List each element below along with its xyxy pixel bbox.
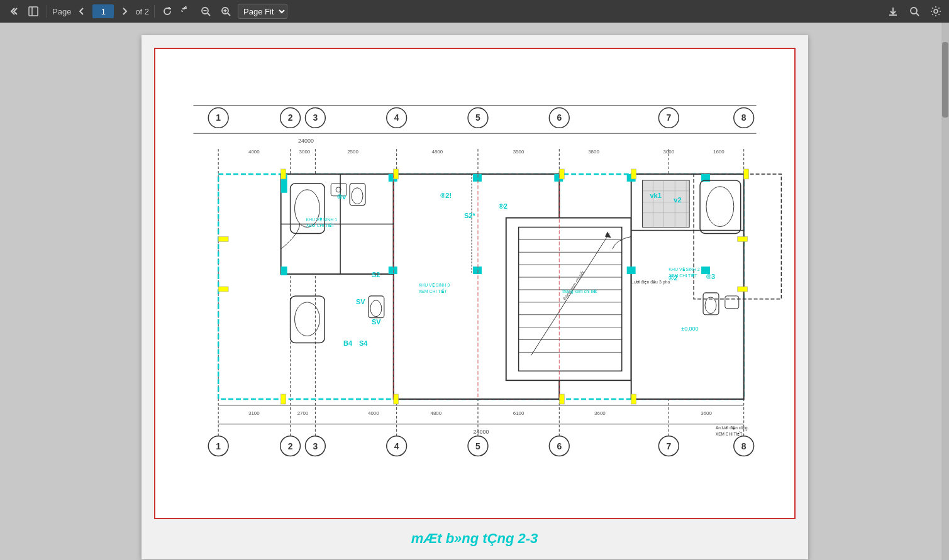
svg-rect-128 (631, 169, 636, 179)
svg-text:3: 3 (313, 113, 318, 123)
svg-rect-133 (631, 394, 636, 404)
svg-text:4800: 4800 (431, 149, 443, 155)
svg-text:KHU VỆ SINH 2: KHU VỆ SINH 2 (669, 267, 700, 272)
svg-text:6100: 6100 (513, 410, 524, 416)
refresh-button[interactable] (160, 5, 175, 18)
settings-button[interactable] (928, 4, 944, 18)
svg-text:S4: S4 (358, 339, 367, 347)
svg-rect-130 (280, 394, 286, 404)
svg-text:vk1: vk1 (650, 192, 661, 199)
svg-rect-122 (218, 287, 228, 292)
svg-text:5: 5 (475, 441, 480, 451)
toolbar-right-icons (885, 4, 944, 18)
svg-text:3600: 3600 (594, 410, 606, 416)
svg-text:7: 7 (666, 441, 671, 451)
zoom-in-button[interactable] (218, 4, 234, 18)
separator-2 (154, 5, 155, 18)
svg-text:7: 7 (666, 113, 671, 123)
zoom-select[interactable]: Page Fit 50% 75% 100% 125% 150% 200% (238, 4, 287, 19)
svg-text:®v: ®v (337, 193, 347, 200)
svg-rect-81 (642, 180, 689, 228)
svg-text:2: 2 (287, 441, 292, 451)
svg-text:6: 6 (557, 441, 562, 451)
svg-text:SV: SV (356, 298, 365, 305)
vertical-scrollbar[interactable] (941, 23, 949, 560)
svg-text:An lưới điện công: An lưới điện công (715, 425, 747, 431)
svg-text:2500: 2500 (347, 149, 358, 155)
svg-text:6: 6 (557, 113, 562, 123)
svg-rect-0 (29, 7, 38, 16)
svg-text:2700: 2700 (297, 410, 308, 416)
prev-page-button[interactable] (75, 6, 89, 17)
svg-text:4000: 4000 (368, 410, 379, 416)
svg-text:KHU VỆ SINH 1: KHU VỆ SINH 1 (306, 217, 337, 222)
svg-text:1: 1 (216, 441, 221, 451)
svg-text:24000: 24000 (298, 138, 314, 144)
svg-line-8 (228, 13, 230, 16)
svg-text:3500: 3500 (513, 149, 524, 155)
blueprint-drawing: 1 2 3 4 5 6 (154, 48, 796, 519)
svg-text:3000: 3000 (299, 149, 310, 155)
main-content: 1 2 3 4 5 6 (0, 23, 949, 560)
svg-text:®2: ®2 (498, 202, 507, 210)
svg-text:4: 4 (394, 113, 399, 123)
page-of-label: of 2 (135, 7, 149, 16)
svg-text:XEM CHI TIẾT: XEM CHI TIẾT (669, 273, 697, 278)
svg-point-12 (934, 9, 938, 13)
page-document: 1 2 3 4 5 6 (142, 35, 808, 559)
svg-text:3600: 3600 (701, 410, 712, 416)
svg-rect-64 (473, 266, 482, 274)
svg-rect-127 (559, 169, 564, 179)
svg-rect-132 (559, 394, 564, 404)
svg-line-4 (208, 13, 210, 16)
svg-text:1: 1 (216, 113, 221, 123)
svg-rect-129 (743, 169, 748, 179)
svg-text:3800: 3800 (588, 149, 599, 155)
svg-text:®3: ®3 (706, 273, 715, 280)
svg-text:3100: 3100 (248, 410, 260, 416)
svg-text:v2: v2 (674, 196, 681, 204)
svg-rect-63 (473, 174, 482, 182)
zoom-out-button[interactable] (197, 4, 214, 18)
page-label: Page (52, 7, 71, 16)
scroll-area[interactable]: 1 2 3 4 5 6 (0, 23, 949, 560)
svg-rect-125 (280, 169, 286, 179)
undo-button[interactable] (179, 5, 194, 18)
svg-text:24000: 24000 (473, 429, 489, 435)
svg-text:XEM CHI TIẾT: XEM CHI TIẾT (306, 222, 335, 228)
svg-text:XEM CHI TIẾT: XEM CHI TIẾT (715, 431, 741, 436)
svg-text:4800: 4800 (430, 410, 441, 416)
svg-text:KHU VỆ SINH 3: KHU VỆ SINH 3 (418, 283, 450, 288)
top-search-button[interactable] (906, 4, 923, 18)
download-button[interactable] (885, 4, 901, 18)
svg-rect-123 (737, 236, 747, 241)
svg-text:XEM CHI TIẾT: XEM CHI TIẾT (418, 288, 447, 294)
svg-text:5: 5 (475, 113, 480, 123)
svg-text:8: 8 (741, 441, 746, 451)
svg-text:SV: SV (371, 318, 380, 326)
toolbar: Page of 2 Page Fit (0, 0, 949, 23)
svg-text:2: 2 (287, 113, 292, 123)
svg-rect-68 (626, 266, 635, 274)
svg-text:S2*: S2* (464, 212, 475, 219)
svg-text:1600: 1600 (713, 149, 724, 155)
svg-text:thang xem chi tiết: thang xem chi tiết (562, 289, 597, 294)
svg-text:Lưới điện đầu 3 pha: Lưới điện đầu 3 pha (631, 280, 670, 285)
svg-rect-131 (393, 394, 398, 404)
svg-text:±0.000: ±0.000 (681, 326, 698, 332)
back-button[interactable] (5, 4, 21, 18)
svg-text:8: 8 (741, 113, 746, 123)
page-input[interactable] (92, 4, 114, 18)
svg-rect-126 (393, 169, 398, 179)
svg-rect-124 (737, 287, 747, 292)
svg-point-10 (911, 8, 917, 14)
svg-text:4000: 4000 (248, 149, 260, 155)
svg-rect-94 (518, 227, 621, 371)
svg-rect-62 (388, 266, 397, 274)
svg-text:®2!: ®2! (440, 192, 452, 199)
svg-text:3: 3 (313, 441, 318, 451)
next-page-button[interactable] (118, 6, 131, 17)
sidebar-toggle-button[interactable] (25, 4, 42, 18)
svg-text:4: 4 (394, 441, 399, 451)
scrollbar-thumb[interactable] (942, 42, 948, 118)
